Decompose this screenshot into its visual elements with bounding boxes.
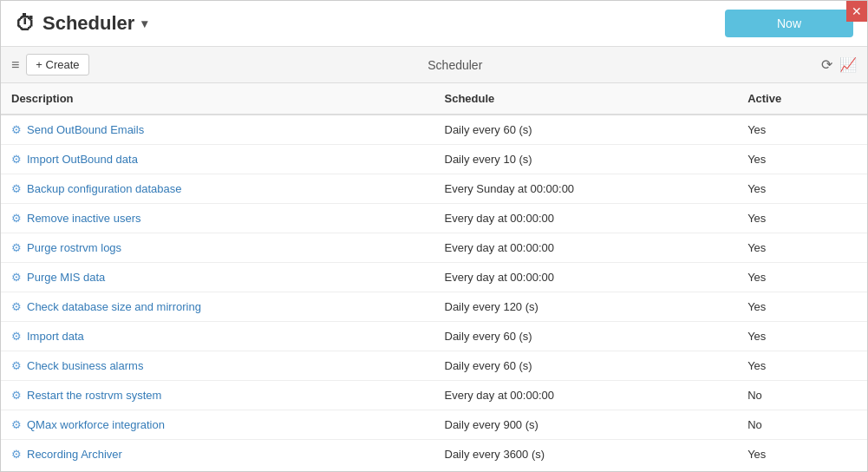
cell-active: No — [737, 381, 867, 410]
row-description-text: Restart the rostrvm system — [27, 389, 161, 402]
cell-schedule: Every day at 00:00:00 — [434, 233, 738, 263]
table-row: ⚙Remove inactive usersEvery day at 00:00… — [1, 204, 867, 233]
cell-schedule: Daily every 120 (s) — [434, 292, 738, 322]
gear-icon: ⚙ — [11, 389, 22, 402]
table-header-row: Description Schedule Active — [1, 83, 867, 115]
gear-icon: ⚙ — [11, 153, 22, 166]
row-description-text: Purge rostrvm logs — [27, 241, 121, 254]
cell-active: Yes — [737, 292, 867, 322]
cell-schedule: Daily every 3600 (s) — [434, 440, 738, 465]
cell-description: ⚙Import data — [1, 322, 434, 351]
row-description-text: Check business alarms — [27, 359, 143, 372]
close-button[interactable]: ✕ — [846, 1, 867, 22]
cell-schedule: Daily every 60 (s) — [434, 115, 738, 145]
cell-active: Yes — [737, 204, 867, 233]
cell-schedule: Every day at 00:00:00 — [434, 263, 738, 292]
cell-schedule: Every day at 00:00:00 — [434, 381, 738, 410]
refresh-icon[interactable]: ⟳ — [821, 56, 832, 73]
cell-active: Yes — [737, 145, 867, 174]
toolbar-left: ≡ + Create — [11, 54, 89, 75]
title-dropdown-arrow[interactable]: ▾ — [141, 16, 147, 30]
create-button[interactable]: + Create — [26, 54, 88, 75]
row-description-text: Send OutBound Emails — [27, 123, 144, 136]
row-link[interactable]: ⚙Import OutBound data — [11, 153, 424, 166]
gear-icon: ⚙ — [11, 300, 22, 313]
toolbar-label: Scheduler — [427, 58, 482, 72]
row-description-text: Check database size and mirroring — [27, 300, 201, 313]
table-row: ⚙Check business alarmsDaily every 60 (s)… — [1, 351, 867, 381]
app-title-group: ⏱ Scheduler ▾ — [15, 11, 147, 36]
now-button[interactable]: Now — [725, 10, 853, 37]
row-description-text: QMax workforce integration — [27, 418, 165, 431]
gear-icon: ⚙ — [11, 123, 22, 136]
table-row: ⚙Purge rostrvm logsEvery day at 00:00:00… — [1, 233, 867, 263]
gear-icon: ⚙ — [11, 212, 22, 225]
cell-schedule: Daily every 60 (s) — [434, 322, 738, 351]
cell-description: ⚙Remove inactive users — [1, 204, 434, 233]
cell-description: ⚙Restart the rostrvm system — [1, 381, 434, 410]
cell-description: ⚙Check database size and mirroring — [1, 292, 434, 322]
gear-icon: ⚙ — [11, 271, 22, 284]
row-link[interactable]: ⚙Purge rostrvm logs — [11, 241, 424, 254]
cell-description: ⚙Import OutBound data — [1, 145, 434, 174]
row-link[interactable]: ⚙Check database size and mirroring — [11, 300, 424, 313]
row-link[interactable]: ⚙Restart the rostrvm system — [11, 389, 424, 402]
chart-icon[interactable]: 📈 — [839, 56, 857, 73]
cell-active: No — [737, 410, 867, 440]
cell-schedule: Daily every 10 (s) — [434, 145, 738, 174]
row-description-text: Import OutBound data — [27, 153, 138, 166]
table-row: ⚙Purge MIS dataEvery day at 00:00:00Yes — [1, 263, 867, 292]
cell-schedule: Every day at 00:00:00 — [434, 204, 738, 233]
cell-schedule: Daily every 900 (s) — [434, 410, 738, 440]
row-link[interactable]: ⚙Check business alarms — [11, 359, 424, 372]
table-row: ⚙Import dataDaily every 60 (s)Yes — [1, 322, 867, 351]
row-link[interactable]: ⚙QMax workforce integration — [11, 418, 424, 431]
scheduler-table-container: Description Schedule Active ⚙Send OutBou… — [1, 83, 867, 464]
gear-icon: ⚙ — [11, 359, 22, 372]
table-row: ⚙Restart the rostrvm systemEvery day at … — [1, 381, 867, 410]
table-row: ⚙Import OutBound dataDaily every 10 (s)Y… — [1, 145, 867, 174]
col-header-description: Description — [1, 83, 434, 115]
cell-description: ⚙Recording Archiver — [1, 440, 434, 465]
row-description-text: Purge MIS data — [27, 271, 105, 284]
row-link[interactable]: ⚙Recording Archiver — [11, 448, 424, 461]
app-header: ⏱ Scheduler ▾ Now ✕ — [1, 1, 867, 47]
row-link[interactable]: ⚙Send OutBound Emails — [11, 123, 424, 136]
cell-active: Yes — [737, 322, 867, 351]
cell-active: Yes — [737, 263, 867, 292]
table-row: ⚙Backup configuration databaseEvery Sund… — [1, 174, 867, 204]
row-link[interactable]: ⚙Remove inactive users — [11, 212, 424, 225]
hamburger-icon[interactable]: ≡ — [11, 57, 19, 73]
cell-description: ⚙Check business alarms — [1, 351, 434, 381]
table-row: ⚙Recording ArchiverDaily every 3600 (s)Y… — [1, 440, 867, 465]
col-header-active: Active — [737, 83, 867, 115]
cell-schedule: Every Sunday at 00:00:00 — [434, 174, 738, 204]
cell-active: Yes — [737, 440, 867, 465]
cell-description: ⚙Backup configuration database — [1, 174, 434, 204]
gear-icon: ⚙ — [11, 241, 22, 254]
gear-icon: ⚙ — [11, 448, 22, 461]
row-link[interactable]: ⚙Import data — [11, 330, 424, 343]
row-link[interactable]: ⚙Purge MIS data — [11, 271, 424, 284]
cell-active: Yes — [737, 174, 867, 204]
table-row: ⚙Check database size and mirroringDaily … — [1, 292, 867, 322]
row-description-text: Backup configuration database — [27, 182, 182, 195]
row-description-text: Recording Archiver — [27, 448, 122, 461]
cell-description: ⚙Purge rostrvm logs — [1, 233, 434, 263]
cell-schedule: Daily every 60 (s) — [434, 351, 738, 381]
table-row: ⚙QMax workforce integrationDaily every 9… — [1, 410, 867, 440]
row-description-text: Import data — [27, 330, 84, 343]
toolbar-right: ⟳ 📈 — [821, 56, 857, 73]
scheduler-table: Description Schedule Active ⚙Send OutBou… — [1, 83, 867, 464]
cell-description: ⚙Purge MIS data — [1, 263, 434, 292]
cell-active: Yes — [737, 233, 867, 263]
row-link[interactable]: ⚙Backup configuration database — [11, 182, 424, 195]
toolbar: ≡ + Create Scheduler ⟳ 📈 — [1, 47, 867, 83]
gear-icon: ⚙ — [11, 418, 22, 431]
gear-icon: ⚙ — [11, 330, 22, 343]
gear-icon: ⚙ — [11, 182, 22, 195]
cell-description: ⚙QMax workforce integration — [1, 410, 434, 440]
cell-active: Yes — [737, 115, 867, 145]
row-description-text: Remove inactive users — [27, 212, 141, 225]
app-title: Scheduler — [42, 12, 134, 35]
